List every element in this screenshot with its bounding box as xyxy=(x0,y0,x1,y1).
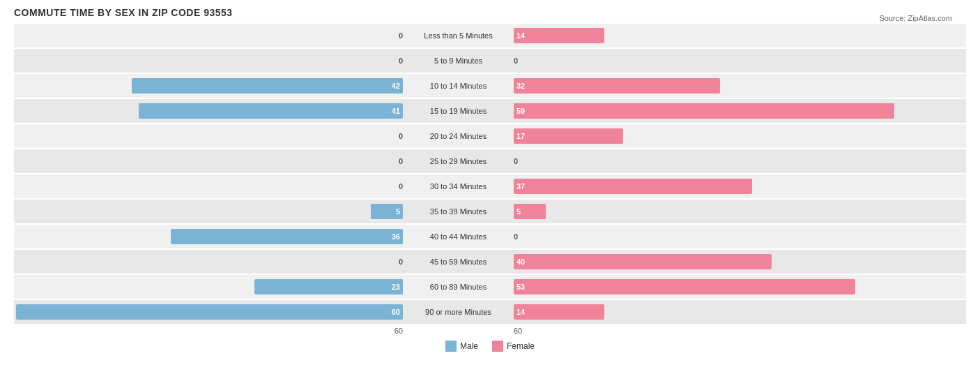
legend-female-label: Female xyxy=(507,341,535,351)
axis-left-label: 60 xyxy=(395,327,403,335)
male-side: 5 xyxy=(14,204,404,219)
female-bar-value: 14 xyxy=(516,31,525,40)
legend-male-box xyxy=(445,341,457,352)
female-side: 32 xyxy=(512,78,903,94)
male-bar: 23 xyxy=(254,279,403,295)
male-bar-value: 60 xyxy=(392,308,400,316)
male-bar: 5 xyxy=(371,204,403,219)
table-row: 3640 to 44 Minutes0 xyxy=(14,225,966,248)
male-zero-value: 0 xyxy=(399,182,403,191)
legend-male-label: Male xyxy=(460,341,478,351)
female-bar: 5 xyxy=(514,204,546,219)
male-zero-value: 0 xyxy=(399,258,403,266)
male-bar-value: 36 xyxy=(392,232,400,241)
female-side: 0 xyxy=(512,157,903,165)
female-bar-value: 32 xyxy=(516,82,525,90)
female-side: 14 xyxy=(512,28,903,43)
female-side: 0 xyxy=(512,57,903,65)
legend-female-box xyxy=(492,341,503,352)
male-side: 0 xyxy=(14,132,404,140)
row-label: 20 to 24 Minutes xyxy=(404,132,512,140)
table-row: 045 to 59 Minutes40 xyxy=(14,250,966,274)
male-side: 0 xyxy=(14,258,404,266)
male-zero-value: 0 xyxy=(399,31,403,40)
male-side: 41 xyxy=(14,103,404,119)
table-row: 020 to 24 Minutes17 xyxy=(14,124,966,148)
male-bar: 60 xyxy=(16,304,403,320)
female-bar: 53 xyxy=(514,279,855,295)
row-label: 90 or more Minutes xyxy=(404,308,512,316)
female-bar: 40 xyxy=(514,254,772,269)
female-bar-value: 37 xyxy=(516,182,525,191)
row-label: 30 to 34 Minutes xyxy=(404,182,512,191)
table-row: 0Less than 5 Minutes14 xyxy=(14,24,966,47)
female-side: 53 xyxy=(512,279,903,295)
male-side: 0 xyxy=(14,57,404,65)
source-label: Source: ZipAtlas.com xyxy=(879,14,952,22)
table-row: 05 to 9 Minutes0 xyxy=(14,49,966,73)
female-side: 40 xyxy=(512,254,903,269)
female-bar: 59 xyxy=(514,103,894,119)
female-bar-value: 5 xyxy=(516,207,521,216)
male-bar: 36 xyxy=(171,229,403,244)
axis-right-label: 60 xyxy=(514,327,522,335)
male-side: 0 xyxy=(14,182,404,191)
male-side: 60 xyxy=(14,304,404,320)
table-row: 025 to 29 Minutes0 xyxy=(14,149,966,173)
female-side: 59 xyxy=(512,103,903,119)
male-bar: 41 xyxy=(139,103,403,119)
row-label: Less than 5 Minutes xyxy=(404,31,512,40)
table-row: 4210 to 14 Minutes32 xyxy=(14,74,966,98)
female-bar: 32 xyxy=(514,78,720,94)
female-side: 5 xyxy=(512,204,903,219)
female-zero-value: 0 xyxy=(514,57,518,65)
male-zero-value: 0 xyxy=(399,57,403,65)
legend-male: Male xyxy=(445,341,478,352)
row-label: 5 to 9 Minutes xyxy=(404,57,512,65)
male-bar: 42 xyxy=(132,78,403,94)
chart-title: COMMUTE TIME BY SEX IN ZIP CODE 93553 xyxy=(14,7,966,18)
legend: Male Female xyxy=(14,341,966,352)
row-label: 60 to 89 Minutes xyxy=(404,283,512,291)
female-side: 37 xyxy=(512,179,903,194)
male-bar-value: 23 xyxy=(392,283,400,291)
female-bar-value: 53 xyxy=(516,283,525,291)
female-bar: 17 xyxy=(514,128,623,144)
female-bar-value: 17 xyxy=(516,132,525,140)
female-zero-value: 0 xyxy=(514,157,518,165)
female-side: 0 xyxy=(512,232,903,241)
chart-container: 0Less than 5 Minutes1405 to 9 Minutes042… xyxy=(14,24,966,352)
row-label: 45 to 59 Minutes xyxy=(404,258,512,266)
female-bar: 37 xyxy=(514,179,752,194)
table-row: 6090 or more Minutes14 xyxy=(14,300,966,324)
male-side: 0 xyxy=(14,157,404,165)
female-side: 17 xyxy=(512,128,903,144)
female-bar-value: 59 xyxy=(516,107,525,115)
chart-inner: 0Less than 5 Minutes1405 to 9 Minutes042… xyxy=(14,24,966,325)
table-row: 535 to 39 Minutes5 xyxy=(14,200,966,223)
male-side: 0 xyxy=(14,31,404,40)
male-zero-value: 0 xyxy=(399,132,403,140)
table-row: 4115 to 19 Minutes59 xyxy=(14,99,966,123)
table-row: 2360 to 89 Minutes53 xyxy=(14,275,966,299)
male-side: 36 xyxy=(14,229,404,244)
female-bar-value: 14 xyxy=(516,308,525,316)
male-side: 42 xyxy=(14,78,404,94)
table-row: 030 to 34 Minutes37 xyxy=(14,174,966,198)
male-bar-value: 41 xyxy=(392,107,400,115)
male-bar-value: 42 xyxy=(392,82,400,90)
female-bar: 14 xyxy=(514,304,604,320)
female-side: 14 xyxy=(512,304,903,320)
female-bar: 14 xyxy=(514,28,604,43)
female-bar-value: 40 xyxy=(516,258,525,266)
row-label: 25 to 29 Minutes xyxy=(404,157,512,165)
legend-female: Female xyxy=(492,341,535,352)
row-label: 35 to 39 Minutes xyxy=(404,207,512,216)
row-label: 15 to 19 Minutes xyxy=(404,107,512,115)
male-zero-value: 0 xyxy=(399,157,403,165)
male-bar-value: 5 xyxy=(396,207,400,216)
female-zero-value: 0 xyxy=(514,232,518,241)
male-side: 23 xyxy=(14,279,404,295)
row-label: 40 to 44 Minutes xyxy=(404,232,512,241)
row-label: 10 to 14 Minutes xyxy=(404,82,512,90)
